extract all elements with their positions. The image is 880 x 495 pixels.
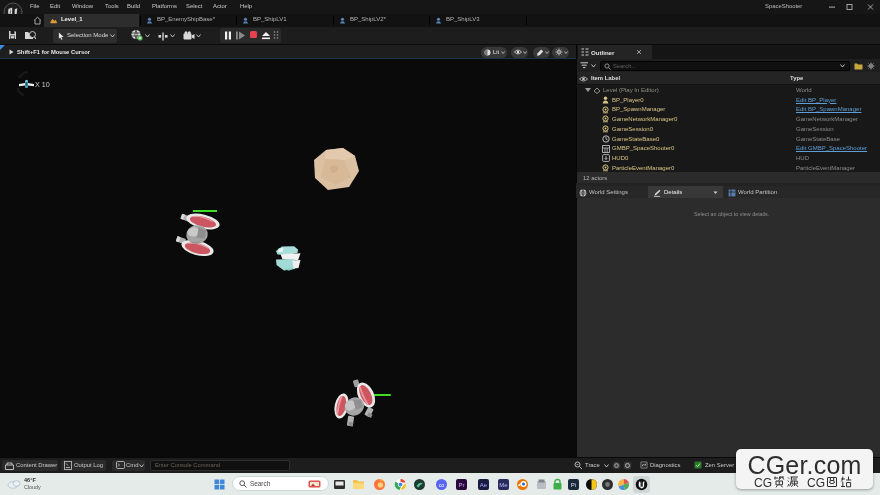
svg-text:Pi: Pi [571, 482, 576, 488]
svg-text:Ae: Ae [480, 482, 488, 488]
svg-text:Pr: Pr [459, 482, 465, 488]
svg-text:Me: Me [499, 482, 508, 488]
svg-text:co: co [438, 481, 444, 487]
